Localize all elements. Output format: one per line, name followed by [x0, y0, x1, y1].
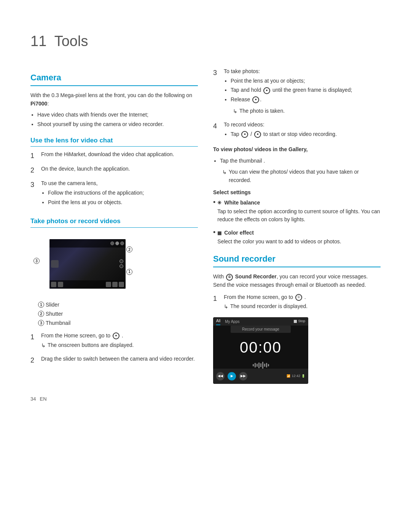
cam-mode-btn	[119, 264, 123, 268]
status-time: 📶 12:42 🔋	[287, 374, 305, 379]
camera-screenshot	[49, 239, 126, 289]
stop-button: Stop	[294, 319, 305, 324]
sound-recorder-intro: With ① Sound Recorder, you can record yo…	[213, 273, 381, 289]
step-content: To use the camera lens, Follow the instr…	[41, 179, 198, 209]
camera-screenshot-wrapper: 1 2 3	[42, 235, 126, 292]
step-number: 3	[30, 179, 41, 190]
stop-icon: ●	[254, 131, 261, 138]
step-2-take-photos: 2 Drag the slider to switch between the …	[30, 355, 198, 366]
view-photos-note: ↳ You can view the photos/ videos that y…	[222, 168, 381, 184]
list-item: Point the lens at you or objects.	[48, 198, 198, 207]
wave-bar	[268, 364, 269, 366]
camera-bullets: Have video chats with friends over the I…	[37, 111, 198, 128]
step-content: Drag the slider to switch between the ca…	[41, 355, 198, 363]
step-note: ↳ The onscreen buttons are displayed.	[41, 341, 198, 350]
sound-content: Record your message 00:00	[213, 326, 308, 369]
sound-bottom-bar: ◀◀ ▶ ▶▶ 📶 12:42 🔋	[213, 369, 308, 384]
view-photos-block: To view photos/ videos in the Gallery, T…	[213, 145, 381, 185]
white-balance-label: ✳ White balance	[217, 199, 381, 207]
wave-bar	[266, 363, 267, 367]
wave-bar	[256, 364, 258, 367]
step-number: 1	[30, 332, 41, 342]
camera-section: Camera With the 0.3 Mega-pixel lens at t…	[30, 71, 198, 129]
sound-icon: ①	[226, 274, 233, 281]
page-lang: EN	[40, 395, 46, 403]
cam-shutter-btn	[119, 259, 123, 263]
list-item: Have video chats with friends over the I…	[37, 111, 198, 119]
step-content: On the device, launch the application.	[41, 165, 198, 173]
step-number: 3	[213, 67, 224, 78]
waveform	[245, 362, 276, 369]
white-balance-item: • ✳ White balance Tap to select the opti…	[213, 199, 381, 227]
cam-thumbnail	[51, 260, 59, 268]
cam-ui-dot-active	[115, 241, 119, 245]
wave-bar	[253, 364, 254, 366]
step-2-video-chat: 2 On the device, launch the application.	[30, 165, 198, 176]
wave-bar	[258, 363, 260, 368]
take-photos-title: Take photos or record videos	[30, 216, 198, 228]
list-item: Release ●.	[231, 96, 381, 104]
cam-ui-dot	[120, 241, 124, 245]
battery-icon: 🔋	[301, 374, 305, 379]
cam-bottom-bar	[49, 280, 126, 289]
select-settings: Select settings • ✳ White balance Tap to…	[213, 189, 381, 249]
time-display: 00:00	[240, 336, 282, 359]
chapter-title: 11 Tools	[30, 30, 381, 52]
legend-row-1: 1 Slider	[38, 301, 198, 309]
badge-2: 2	[126, 245, 134, 254]
shutter-icon-release: ●	[252, 96, 259, 103]
next-btn: ▶▶	[239, 372, 247, 380]
take-photos-section: Take photos or record videos	[30, 216, 198, 366]
wave-bar	[260, 363, 261, 367]
step-number: 1	[213, 293, 224, 304]
color-effect-icon: ▦	[217, 230, 221, 236]
step-number: 4	[213, 121, 224, 131]
cam-ctrl-btn	[119, 282, 124, 287]
page-footer: 34 EN	[30, 395, 381, 403]
tab-my-apps: My Apps	[225, 319, 239, 324]
cam-ui-dot	[110, 241, 114, 245]
video-chat-title: Use the lens for video chat	[30, 136, 198, 147]
list-item: Follow the instructions of the applicati…	[48, 189, 198, 197]
step-number: 2	[30, 165, 41, 176]
sound-recorder-screenshot: All My Apps Stop Record your message 00:…	[213, 317, 308, 384]
shutter-icon: ●	[263, 87, 270, 94]
list-item: Shoot yourself by using the camera or vi…	[37, 120, 198, 129]
color-effect-item: • ▦ Color effect Select the color you wa…	[213, 229, 381, 249]
step-number: 2	[30, 355, 41, 366]
cam-ui-bar	[49, 239, 126, 248]
wifi-icon: 📶	[287, 374, 290, 379]
step-note: ↳ The photo is taken.	[233, 107, 381, 116]
view-photos-title: To view photos/ videos in the Gallery,	[213, 145, 381, 154]
step-content: From the Home screen, go to ① . ↳ The so…	[224, 293, 381, 313]
step-number: 1	[30, 150, 41, 161]
camera-icon: ●	[113, 332, 119, 339]
cam-ctrl-btn	[112, 282, 118, 287]
select-settings-title: Select settings	[213, 189, 381, 197]
camera-intro: With the 0.3 Mega-pixel lens at the fron…	[30, 91, 198, 108]
take-photos-continued: 3 To take photos: Point the lens at you …	[213, 67, 381, 249]
tab-all: All	[216, 318, 220, 325]
step-content: To record videos: Tap ● / ● to start or …	[224, 121, 381, 141]
list-item: Tap the thumbnail .	[220, 157, 381, 165]
step-3-take-photos: 3 To take photos: Point the lens at you …	[213, 67, 381, 117]
record-icon: ●	[241, 131, 248, 138]
legend-row-2: 2 Shutter	[38, 310, 198, 318]
record-label: Record your message	[231, 326, 291, 333]
legend-row-3: 3 Thumbnail	[38, 319, 198, 327]
list-item: Tap ● / ● to start or stop video recordi…	[231, 130, 381, 139]
camera-legend: 1 Slider 2 Shutter 3 Thumbnail	[30, 301, 198, 327]
wave-bar	[262, 362, 263, 369]
sound-top-bar: All My Apps Stop	[213, 317, 308, 326]
cam-ctrl-btn	[58, 282, 63, 287]
step-1-take-photos: 1 From the Home screen, go to ● . ↳ The …	[30, 332, 198, 351]
sound-recorder-section: Sound recorder With ① Sound Recorder, yo…	[213, 252, 381, 384]
stop-icon	[294, 320, 297, 323]
camera-section-title: Camera	[30, 71, 198, 86]
step-content: From the Home screen, go to ● . ↳ The on…	[41, 332, 198, 351]
sound-step-note: ↳ The sound recorder is displayed.	[224, 302, 381, 311]
step-3-video-chat: 3 To use the camera lens, Follow the ins…	[30, 179, 198, 209]
step-1-sound-recorder: 1 From the Home screen, go to ① . ↳ The …	[213, 293, 381, 313]
wave-bar	[255, 363, 256, 367]
step-content: From the HiMarket, download the video ch…	[41, 150, 198, 159]
